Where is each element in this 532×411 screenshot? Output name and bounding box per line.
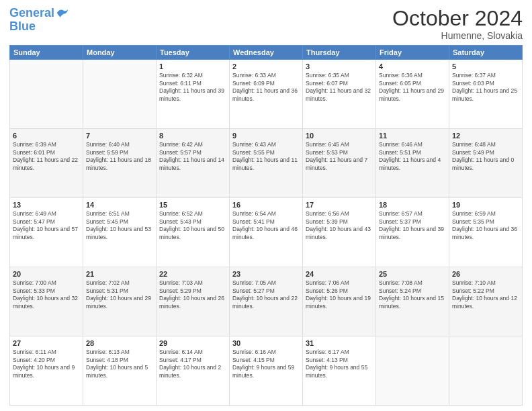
logo: General Blue — [9, 7, 69, 34]
cell-info: Sunrise: 6:49 AMSunset: 5:47 PMDaylight:… — [13, 210, 80, 241]
day-number: 12 — [452, 131, 519, 140]
week-row-1: 1Sunrise: 6:32 AMSunset: 6:11 PMDaylight… — [10, 60, 523, 129]
calendar-cell: 2Sunrise: 6:33 AMSunset: 6:09 PMDaylight… — [230, 60, 303, 129]
calendar-table: SundayMondayTuesdayWednesdayThursdayFrid… — [9, 45, 523, 406]
cell-info: Sunrise: 6:59 AMSunset: 5:35 PMDaylight:… — [452, 210, 519, 241]
cell-info: Sunrise: 6:35 AMSunset: 6:07 PMDaylight:… — [306, 72, 373, 103]
calendar-cell: 9Sunrise: 6:43 AMSunset: 5:55 PMDaylight… — [230, 129, 303, 198]
calendar-cell: 19Sunrise: 6:59 AMSunset: 5:35 PMDayligh… — [449, 198, 523, 267]
cell-info: Sunrise: 7:05 AMSunset: 5:27 PMDaylight:… — [232, 279, 300, 310]
cell-info: Sunrise: 6:48 AMSunset: 5:49 PMDaylight:… — [452, 141, 519, 172]
cell-info: Sunrise: 6:52 AMSunset: 5:43 PMDaylight:… — [159, 210, 226, 241]
cell-info: Sunrise: 6:37 AMSunset: 6:03 PMDaylight:… — [452, 72, 519, 103]
day-number: 24 — [306, 269, 373, 279]
calendar-cell: 6Sunrise: 6:39 AMSunset: 6:01 PMDaylight… — [10, 129, 83, 198]
header: General Blue October 2024 Humenne, Slova… — [9, 7, 523, 41]
weekday-header-thursday: Thursday — [303, 46, 376, 60]
calendar-cell: 16Sunrise: 6:54 AMSunset: 5:41 PMDayligh… — [230, 198, 303, 267]
cell-info: Sunrise: 6:45 AMSunset: 5:53 PMDaylight:… — [306, 141, 373, 172]
calendar-cell: 23Sunrise: 7:05 AMSunset: 5:27 PMDayligh… — [230, 267, 303, 336]
calendar-cell: 22Sunrise: 7:03 AMSunset: 5:29 PMDayligh… — [157, 267, 230, 336]
calendar-cell: 25Sunrise: 7:08 AMSunset: 5:24 PMDayligh… — [376, 267, 449, 336]
calendar-cell: 4Sunrise: 6:36 AMSunset: 6:05 PMDaylight… — [376, 60, 449, 129]
week-row-3: 13Sunrise: 6:49 AMSunset: 5:47 PMDayligh… — [10, 198, 523, 267]
day-number: 7 — [86, 131, 153, 140]
weekday-header-sunday: Sunday — [10, 46, 83, 60]
cell-info: Sunrise: 7:00 AMSunset: 5:33 PMDaylight:… — [13, 279, 80, 310]
cell-info: Sunrise: 6:36 AMSunset: 6:05 PMDaylight:… — [379, 72, 446, 103]
day-number: 31 — [306, 338, 373, 348]
cell-info: Sunrise: 6:33 AMSunset: 6:09 PMDaylight:… — [232, 72, 300, 103]
calendar-cell: 14Sunrise: 6:51 AMSunset: 5:45 PMDayligh… — [83, 198, 157, 267]
weekday-header-friday: Friday — [376, 46, 449, 60]
month-year-title: October 2024 — [392, 7, 523, 30]
cell-info: Sunrise: 7:03 AMSunset: 5:29 PMDaylight:… — [159, 279, 226, 310]
day-number: 5 — [452, 62, 519, 71]
weekday-header-tuesday: Tuesday — [157, 46, 230, 60]
day-number: 2 — [232, 62, 300, 71]
day-number: 14 — [86, 200, 153, 210]
cell-info: Sunrise: 6:11 AMSunset: 4:20 PMDaylight:… — [13, 349, 80, 379]
calendar-cell: 28Sunrise: 6:13 AMSunset: 4:18 PMDayligh… — [83, 336, 157, 406]
calendar-cell: 27Sunrise: 6:11 AMSunset: 4:20 PMDayligh… — [10, 336, 83, 406]
cell-info: Sunrise: 6:16 AMSunset: 4:15 PMDaylight:… — [232, 349, 300, 379]
calendar-cell: 20Sunrise: 7:00 AMSunset: 5:33 PMDayligh… — [10, 267, 83, 336]
week-row-5: 27Sunrise: 6:11 AMSunset: 4:20 PMDayligh… — [10, 336, 523, 406]
day-number: 16 — [232, 200, 300, 210]
calendar-cell — [83, 60, 157, 129]
cell-info: Sunrise: 6:51 AMSunset: 5:45 PMDaylight:… — [86, 210, 153, 241]
weekday-header-saturday: Saturday — [449, 46, 523, 60]
day-number: 23 — [232, 269, 300, 279]
cell-info: Sunrise: 6:43 AMSunset: 5:55 PMDaylight:… — [232, 141, 300, 172]
cell-info: Sunrise: 6:46 AMSunset: 5:51 PMDaylight:… — [379, 141, 446, 172]
calendar-cell — [10, 60, 83, 129]
day-number: 15 — [159, 200, 226, 210]
day-number: 22 — [159, 269, 226, 279]
day-number: 1 — [159, 62, 226, 71]
day-number: 21 — [86, 269, 153, 279]
calendar-cell — [449, 336, 523, 406]
cell-info: Sunrise: 6:56 AMSunset: 5:39 PMDaylight:… — [306, 210, 373, 241]
cell-info: Sunrise: 7:08 AMSunset: 5:24 PMDaylight:… — [379, 279, 446, 310]
cell-info: Sunrise: 6:13 AMSunset: 4:18 PMDaylight:… — [86, 349, 153, 379]
day-number: 4 — [379, 62, 446, 71]
calendar-cell: 21Sunrise: 7:02 AMSunset: 5:31 PMDayligh… — [83, 267, 157, 336]
day-number: 19 — [452, 200, 519, 210]
week-row-4: 20Sunrise: 7:00 AMSunset: 5:33 PMDayligh… — [10, 267, 523, 336]
day-number: 25 — [379, 269, 446, 279]
calendar-cell: 18Sunrise: 6:57 AMSunset: 5:37 PMDayligh… — [376, 198, 449, 267]
bird-icon — [56, 6, 69, 19]
day-number: 11 — [379, 131, 446, 140]
day-number: 10 — [306, 131, 373, 140]
logo-blue-text: Blue — [9, 20, 69, 34]
cell-info: Sunrise: 7:06 AMSunset: 5:26 PMDaylight:… — [306, 279, 373, 310]
logo-text: General — [9, 7, 54, 20]
day-number: 17 — [306, 200, 373, 210]
location-subtitle: Humenne, Slovakia — [392, 30, 523, 41]
cell-info: Sunrise: 6:54 AMSunset: 5:41 PMDaylight:… — [232, 210, 300, 241]
calendar-cell: 26Sunrise: 7:10 AMSunset: 5:22 PMDayligh… — [449, 267, 523, 336]
calendar-cell: 24Sunrise: 7:06 AMSunset: 5:26 PMDayligh… — [303, 267, 376, 336]
week-row-2: 6Sunrise: 6:39 AMSunset: 6:01 PMDaylight… — [10, 129, 523, 198]
cell-info: Sunrise: 7:02 AMSunset: 5:31 PMDaylight:… — [86, 279, 153, 310]
calendar-cell: 7Sunrise: 6:40 AMSunset: 5:59 PMDaylight… — [83, 129, 157, 198]
calendar-cell: 15Sunrise: 6:52 AMSunset: 5:43 PMDayligh… — [157, 198, 230, 267]
day-number: 3 — [306, 62, 373, 71]
calendar-cell: 8Sunrise: 6:42 AMSunset: 5:57 PMDaylight… — [157, 129, 230, 198]
calendar-cell: 1Sunrise: 6:32 AMSunset: 6:11 PMDaylight… — [157, 60, 230, 129]
calendar-cell: 30Sunrise: 6:16 AMSunset: 4:15 PMDayligh… — [230, 336, 303, 406]
calendar-cell: 31Sunrise: 6:17 AMSunset: 4:13 PMDayligh… — [303, 336, 376, 406]
weekday-header-wednesday: Wednesday — [230, 46, 303, 60]
calendar-cell: 17Sunrise: 6:56 AMSunset: 5:39 PMDayligh… — [303, 198, 376, 267]
cell-info: Sunrise: 6:40 AMSunset: 5:59 PMDaylight:… — [86, 141, 153, 172]
day-number: 8 — [159, 131, 226, 140]
cell-info: Sunrise: 6:42 AMSunset: 5:57 PMDaylight:… — [159, 141, 226, 172]
day-number: 30 — [232, 338, 300, 348]
calendar-cell: 5Sunrise: 6:37 AMSunset: 6:03 PMDaylight… — [449, 60, 523, 129]
day-number: 29 — [159, 338, 226, 348]
day-number: 28 — [86, 338, 153, 348]
day-number: 26 — [452, 269, 519, 279]
cell-info: Sunrise: 7:10 AMSunset: 5:22 PMDaylight:… — [452, 279, 519, 310]
title-block: October 2024 Humenne, Slovakia — [392, 7, 523, 41]
calendar-cell: 3Sunrise: 6:35 AMSunset: 6:07 PMDaylight… — [303, 60, 376, 129]
